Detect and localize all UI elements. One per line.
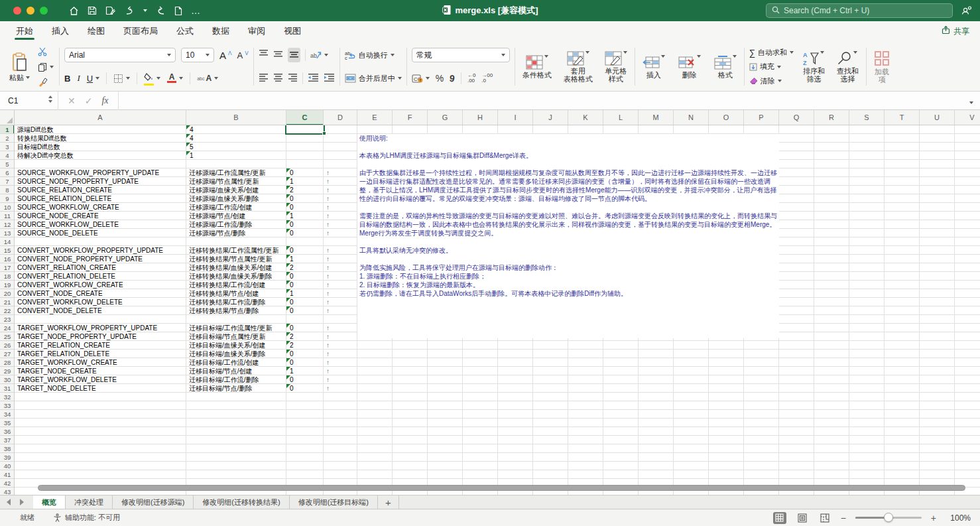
percent-style-button[interactable]: % (436, 73, 444, 84)
column-header-R[interactable]: R (814, 110, 849, 125)
delete-cells-button[interactable]: 删除 (676, 55, 704, 79)
column-header-F[interactable]: F (393, 110, 428, 125)
row-header-16[interactable]: 16 (0, 255, 15, 263)
column-header-N[interactable]: N (674, 110, 709, 125)
sheet-tab-source-detail[interactable]: 修改明细(迁移源端) (113, 495, 194, 509)
wrap-text-button[interactable]: abc 自动换行 (345, 50, 395, 60)
column-header-D[interactable]: D (324, 110, 357, 125)
insert-cells-button[interactable]: 插入 (640, 55, 668, 79)
row-headers[interactable]: 1234567891011121314151617181920212223242… (0, 125, 15, 495)
column-header-H[interactable]: H (463, 110, 498, 125)
row-header-22[interactable]: 22 (0, 306, 15, 315)
row-header-28[interactable]: 28 (0, 358, 15, 367)
accounting-format-button[interactable]: CC (412, 74, 430, 83)
increase-decimal-button[interactable]: ←0.00 (467, 73, 475, 84)
italic-button[interactable]: I (77, 73, 80, 84)
cancel-entry-icon[interactable]: ✕ (68, 96, 76, 106)
accessibility-status[interactable]: 辅助功能: 不可用 (53, 513, 120, 523)
copy-button[interactable] (38, 62, 54, 72)
cell-styles-button[interactable]: 单元格样式 (602, 51, 630, 83)
format-cells-button[interactable]: 格式 (711, 55, 739, 79)
row-header-10[interactable]: 10 (0, 203, 15, 212)
select-all-corner[interactable] (0, 110, 15, 125)
column-header-A[interactable]: A (15, 110, 186, 125)
orientation-button[interactable]: ab (310, 50, 328, 60)
row-header-30[interactable]: 30 (0, 375, 15, 384)
name-box[interactable]: C1 (0, 92, 58, 110)
sheet-tab-overview[interactable]: 概览 (33, 495, 66, 509)
borders-button[interactable] (113, 74, 130, 84)
column-header-T[interactable]: T (885, 110, 920, 125)
zoom-slider-thumb[interactable] (884, 513, 893, 522)
column-header-S[interactable]: S (849, 110, 885, 125)
row-header-7[interactable]: 7 (0, 177, 15, 186)
column-header-Q[interactable]: Q (779, 110, 814, 125)
fill-color-button[interactable] (144, 72, 160, 86)
tab-draw[interactable]: 绘图 (88, 21, 105, 41)
row-header-19[interactable]: 19 (0, 281, 15, 289)
column-header-U[interactable]: U (920, 110, 955, 125)
row-header-32[interactable]: 32 (0, 393, 15, 401)
column-header-B[interactable]: B (186, 110, 286, 125)
confirm-entry-icon[interactable]: ✓ (85, 96, 93, 106)
conditional-formatting-button[interactable]: 条件格式 (520, 55, 554, 79)
row-header-17[interactable]: 17 (0, 263, 15, 272)
row-header-13[interactable]: 13 (0, 229, 15, 237)
row-header-39[interactable]: 39 (0, 453, 15, 462)
formula-input[interactable] (118, 92, 963, 110)
formula-bar-expand-icon[interactable] (963, 95, 980, 107)
row-header-37[interactable]: 37 (0, 436, 15, 444)
horizontal-scrollbar[interactable] (38, 485, 965, 491)
increase-indent-button[interactable] (324, 72, 335, 84)
save-as-icon[interactable] (105, 6, 115, 15)
fill-button[interactable]: 填充 (749, 60, 794, 73)
row-header-41[interactable]: 41 (0, 470, 15, 479)
row-header-36[interactable]: 36 (0, 427, 15, 436)
row-header-4[interactable]: 4 (0, 151, 15, 160)
format-as-table-button[interactable]: 套用表格格式 (561, 51, 595, 83)
format-painter-button[interactable] (38, 78, 54, 87)
account-presence-icon[interactable] (961, 5, 972, 19)
home-icon[interactable] (69, 6, 79, 16)
row-header-2[interactable]: 2 (0, 134, 15, 143)
decrease-decimal-button[interactable]: →00.0 (481, 73, 493, 84)
page-layout-view-button[interactable] (796, 512, 809, 524)
row-header-12[interactable]: 12 (0, 220, 15, 229)
page-break-view-button[interactable] (818, 512, 831, 524)
tab-formulas[interactable]: 公式 (176, 21, 194, 41)
column-header-K[interactable]: K (568, 110, 603, 125)
tab-home[interactable]: 开始 (16, 21, 33, 41)
row-header-26[interactable]: 26 (0, 341, 15, 350)
column-header-E[interactable]: E (357, 110, 393, 125)
number-format-select[interactable]: 常规 (412, 48, 510, 62)
row-header-25[interactable]: 25 (0, 332, 15, 341)
zoom-out-button[interactable]: − (841, 513, 846, 523)
row-header-1[interactable]: 1 (0, 125, 15, 134)
row-header-18[interactable]: 18 (0, 272, 15, 281)
comma-style-button[interactable]: 9 (449, 73, 456, 84)
row-header-5[interactable]: 5 (0, 160, 15, 168)
minimize-window-button[interactable] (27, 7, 34, 15)
zoom-slider[interactable] (855, 517, 922, 519)
name-box-spinner[interactable] (48, 96, 52, 103)
sheet-tab-convert-detail[interactable]: 修改明细(迁移转换结果) (194, 495, 289, 509)
column-header-V[interactable]: V (955, 110, 980, 125)
row-header-23[interactable]: 23 (0, 315, 15, 324)
row-header-20[interactable]: 20 (0, 289, 15, 298)
row-header-42[interactable]: 42 (0, 479, 15, 488)
redo-icon[interactable] (156, 6, 166, 15)
font-name-select[interactable]: Arial (64, 48, 176, 62)
merge-center-button[interactable]: 合并后居中 (345, 74, 402, 84)
tab-insert[interactable]: 插入 (52, 21, 69, 41)
row-header-11[interactable]: 11 (0, 212, 15, 220)
new-document-icon[interactable] (174, 6, 182, 16)
sheet-tab-conflicts[interactable]: 冲突处理 (66, 495, 113, 509)
clear-button[interactable]: 清除 (749, 75, 794, 88)
cells-area[interactable]: 源端Diff总数4转换结果Diff总数4目标端Diff总数5待解决Diff冲突总… (15, 125, 980, 495)
insert-function-icon[interactable]: fx (101, 96, 108, 106)
align-right-button[interactable] (288, 72, 298, 84)
column-header-C[interactable]: C (286, 110, 324, 125)
undo-dropdown-icon[interactable] (143, 9, 147, 12)
sort-filter-button[interactable]: AZ 排序和筛选 (800, 51, 827, 83)
autosum-button[interactable]: ∑自动求和 (749, 46, 794, 59)
